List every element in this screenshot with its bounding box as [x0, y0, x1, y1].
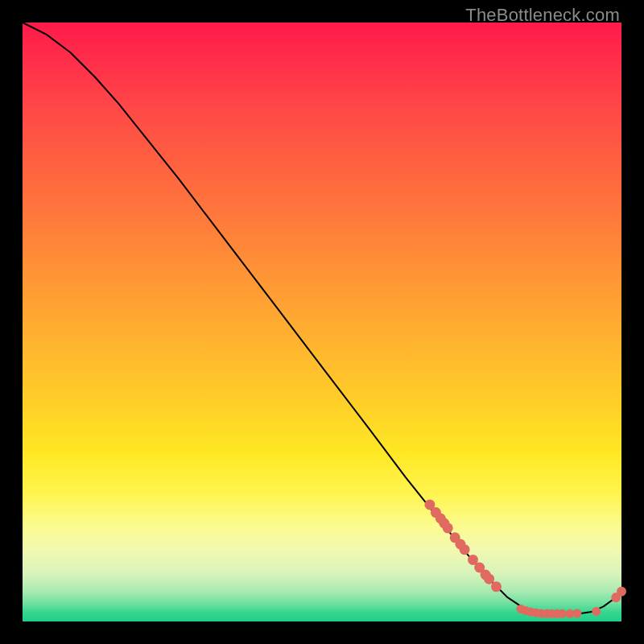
bottleneck-curve [23, 23, 621, 613]
data-marker [617, 587, 626, 597]
watermark-text: TheBottleneck.com [465, 5, 620, 26]
data-marker [572, 609, 581, 618]
data-marker [558, 609, 567, 618]
data-marker [460, 544, 470, 555]
data-marker [484, 574, 494, 584]
data-marker [592, 607, 601, 616]
chart-frame [23, 23, 621, 621]
data-marker [491, 581, 502, 592]
data-markers [424, 499, 626, 617]
chart-svg [23, 23, 621, 621]
data-marker [443, 522, 453, 533]
